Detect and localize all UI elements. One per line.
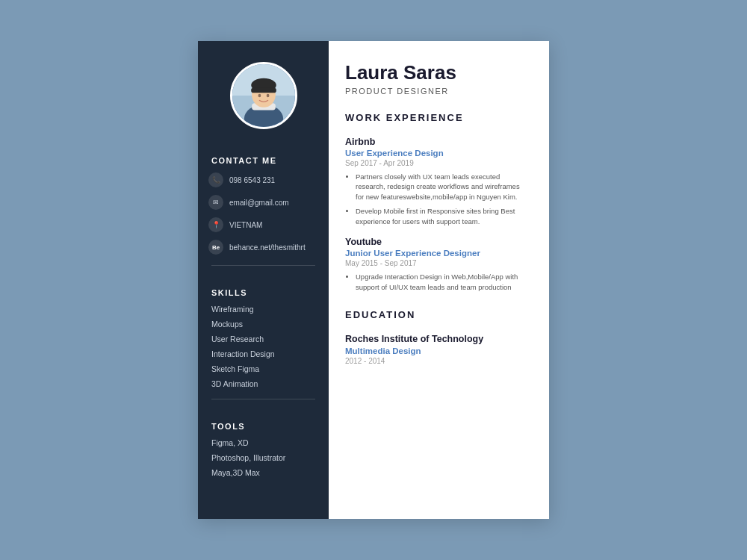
contact-list: 📞 098 6543 231 ✉ email@gmail.com 📍 VIETN… [198,172,329,255]
tool-item: Photoshop, Illustrator [211,453,315,462]
contact-section-title: CONTACT ME [198,144,329,172]
avatar [230,62,297,129]
job-company-1: Youtube [345,237,528,247]
divider-2 [211,399,315,399]
email-icon: ✉ [208,195,223,210]
job-company-0: Airbnb [345,137,528,147]
bullet-item: Partners closely with UX team leads exec… [356,172,528,202]
bullet-item: Upgrade Interaction Design in Web,Mobile… [356,272,528,293]
edu-institution-0: Roches Institute of Technology [345,334,528,344]
skill-item: Wireframing [211,305,315,314]
education-section-heading: EDUCATION [345,309,528,325]
contact-phone: 📞 098 6543 231 [208,172,318,187]
sidebar: CONTACT ME 📞 098 6543 231 ✉ email@gmail.… [198,41,329,519]
job-role-0: User Experience Design [345,149,528,158]
svg-point-8 [258,94,261,98]
skills-section-title: SKILLS [198,276,329,305]
tool-item: Maya,3D Max [211,468,315,477]
job-period-0: Sep 2017 - Apr 2019 [345,159,528,167]
skill-item: Mockups [211,320,315,329]
phone-icon: 📞 [208,172,223,187]
person-name: Laura Saras [345,62,528,84]
skill-item: Sketch Figma [211,364,315,373]
behance-icon: Be [208,240,223,255]
work-section: WORK EXPERIENCE AirbnbUser Experience De… [345,112,528,293]
education-section: EDUCATION Roches Institute of Technology… [345,309,528,365]
tool-item: Figma, XD [211,438,315,447]
location-icon: 📍 [208,217,223,232]
skills-list: WireframingMockupsUser ResearchInteracti… [198,305,329,388]
job-role-1: Junior User Experience Designer [345,249,528,258]
main-content: Laura Saras PRODUCT DESIGNER WORK EXPERI… [329,41,549,519]
skill-item: 3D Animation [211,379,315,388]
skill-item: User Research [211,335,315,343]
bullet-item: Develop Mobile first in Responsive sites… [356,206,528,227]
edu-period-0: 2012 - 2014 [345,357,528,365]
edu-degree-0: Multimedia Design [345,346,528,355]
svg-rect-7 [251,88,276,93]
contact-location: 📍 VIETNAM [208,217,318,232]
avatar-section [198,41,329,144]
work-section-heading: WORK EXPERIENCE [345,112,528,128]
job-bullets-1: Upgrade Interaction Design in Web,Mobile… [345,272,528,293]
skill-item: Interaction Design [211,349,315,358]
contact-behance: Be behance.net/thesmithrt [208,240,318,255]
tools-list: Figma, XDPhotoshop, IllustratorMaya,3D M… [198,438,329,477]
job-period-1: May 2015 - Sep 2017 [345,259,528,267]
job-bullets-0: Partners closely with UX team leads exec… [345,172,528,227]
svg-point-9 [266,94,269,98]
contact-email: ✉ email@gmail.com [208,195,318,210]
person-title: PRODUCT DESIGNER [345,87,528,96]
tools-section-title: TOOLS [198,410,329,438]
resume-card: CONTACT ME 📞 098 6543 231 ✉ email@gmail.… [198,41,549,519]
divider-1 [211,265,315,266]
